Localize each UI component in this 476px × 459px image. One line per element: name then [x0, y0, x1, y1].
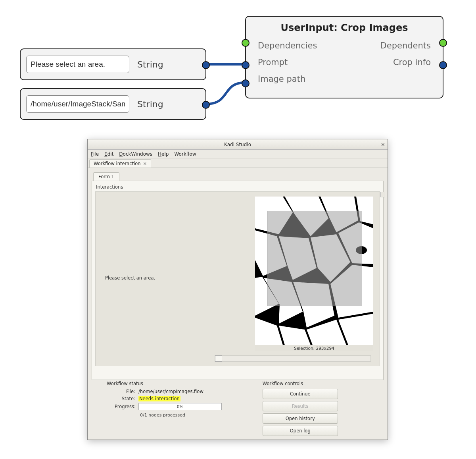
bottom-section: Workflow status File: /home/user/cropIma…: [91, 381, 384, 436]
port-label-dependencies: Dependencies: [258, 41, 317, 50]
port-imagepath[interactable]: [242, 79, 250, 87]
port-prompt[interactable]: [242, 61, 250, 69]
userinput-node-title: UserInput: Crop Images: [246, 22, 443, 33]
port-dependents[interactable]: [439, 39, 447, 47]
tab-workflow-interaction[interactable]: Workflow interaction ✕: [89, 159, 151, 168]
interactions-panel: Please select an area.: [95, 191, 380, 366]
tab-workflow-interaction-label: Workflow interaction: [94, 161, 141, 166]
file-key: File:: [115, 389, 135, 394]
string-node-2-type: String: [137, 99, 163, 109]
continue-button[interactable]: Continue: [263, 389, 338, 399]
tab-form-1-label: Form 1: [98, 174, 114, 179]
scrollbar-thumb[interactable]: [380, 192, 385, 197]
workflow-status: Workflow status File: /home/user/cropIma…: [91, 381, 247, 436]
file-value: /home/user/cropImages.flow: [138, 389, 203, 394]
results-button: Results: [263, 401, 338, 411]
port-label-prompt: Prompt: [258, 58, 288, 67]
prompt-text: Please select an area.: [105, 275, 155, 281]
form-pane: Interactions Please select an area.: [92, 181, 384, 380]
workflow-controls: Workflow controls Continue Results Open …: [255, 381, 384, 436]
node-graph: String String UserInput: Crop Images Dep…: [0, 0, 476, 131]
interactions-label: Interactions: [96, 184, 380, 190]
string-node-2-input[interactable]: [26, 95, 129, 113]
form-tab-row: Form 1: [92, 172, 384, 181]
selection-rectangle[interactable]: [267, 211, 362, 306]
string-node-1[interactable]: String: [20, 48, 206, 80]
menu-help[interactable]: Help: [158, 151, 169, 157]
zoom-slider-thumb[interactable]: [215, 355, 222, 362]
state-key: State:: [115, 396, 135, 401]
userinput-node[interactable]: UserInput: Crop Images Dependencies Depe…: [245, 16, 443, 98]
string-node-1-type: String: [137, 60, 163, 69]
workflow-controls-title: Workflow controls: [263, 381, 384, 386]
menu-workflow[interactable]: Workflow: [174, 151, 196, 157]
port-label-imagepath: Image path: [258, 74, 305, 84]
port-label-dependents: Dependents: [380, 41, 431, 50]
tab-close-icon[interactable]: ✕: [143, 161, 147, 166]
string-node-2-out-port[interactable]: [202, 101, 210, 109]
close-icon[interactable]: ×: [381, 141, 385, 147]
selection-size-label: Selection: 293x294: [255, 345, 373, 351]
port-dependencies[interactable]: [242, 39, 250, 47]
workflow-status-title: Workflow status: [107, 381, 247, 386]
app-window: Kadi Studio × File Edit DockWindows Help…: [87, 139, 388, 440]
window-title: Kadi Studio: [88, 142, 388, 147]
zoom-slider[interactable]: [215, 355, 371, 362]
document-tab-row: Workflow interaction ✕: [88, 158, 388, 168]
menubar: File Edit DockWindows Help Workflow: [88, 150, 388, 158]
tab-form-1[interactable]: Form 1: [93, 172, 119, 181]
progress-key: Progress:: [115, 404, 135, 409]
progress-bar: 0%: [138, 403, 222, 410]
titlebar: Kadi Studio ×: [88, 139, 388, 150]
client-area: Form 1 Interactions Please select an are…: [88, 168, 388, 440]
open-log-button[interactable]: Open log: [263, 426, 338, 436]
open-history-button[interactable]: Open history: [263, 413, 338, 424]
menu-dockwindows[interactable]: DockWindows: [119, 151, 152, 157]
string-node-1-input[interactable]: [26, 56, 129, 73]
port-cropinfo[interactable]: [439, 61, 447, 69]
string-node-1-out-port[interactable]: [202, 61, 210, 69]
nodes-processed: 0/1 nodes processed: [140, 413, 247, 418]
state-value: Needs interaction: [138, 396, 180, 401]
image-crop-area[interactable]: Selection: 293x294: [255, 197, 373, 351]
string-node-2[interactable]: String: [20, 88, 206, 120]
menu-file[interactable]: File: [91, 151, 99, 157]
port-label-cropinfo: Crop info: [393, 58, 431, 67]
menu-edit[interactable]: Edit: [104, 151, 113, 157]
